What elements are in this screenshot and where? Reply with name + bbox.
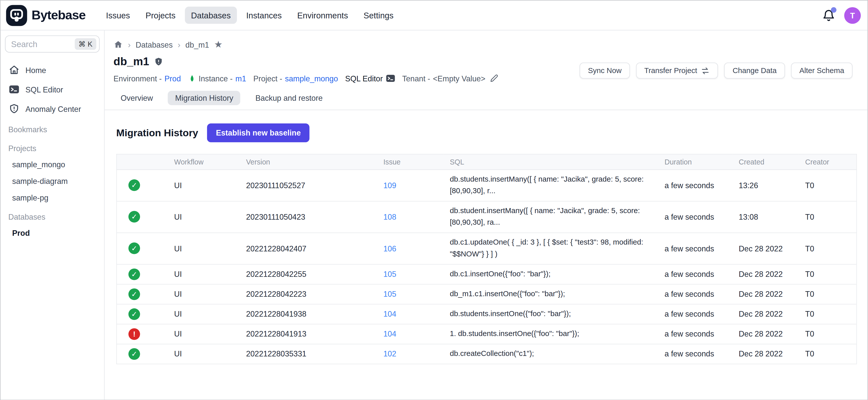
- section-title: Migration History: [116, 127, 198, 139]
- shield-alert-icon: [9, 103, 20, 114]
- sidebar-item-sql-editor[interactable]: SQL Editor: [0, 80, 104, 99]
- tab-backup-and-restore[interactable]: Backup and restore: [248, 91, 330, 105]
- column-issue: Issue: [377, 154, 443, 170]
- creator-cell: T0: [799, 324, 857, 344]
- duration-cell: a few seconds: [658, 201, 732, 233]
- version-cell: 20221228035331: [240, 344, 377, 364]
- column-sql: SQL: [443, 154, 658, 170]
- sync-now-button[interactable]: Sync Now: [580, 62, 630, 79]
- version-cell: 20230111050423: [240, 201, 377, 233]
- topnav-item-databases[interactable]: Databases: [185, 6, 237, 24]
- success-status-icon: ✓: [128, 243, 140, 254]
- bookmark-star-icon[interactable]: ★: [214, 40, 223, 49]
- sidebar-item-anomaly-center[interactable]: Anomaly Center: [0, 99, 104, 118]
- column-version: Version: [240, 154, 377, 170]
- tenant-value: <Empty Value>: [433, 74, 485, 83]
- table-row[interactable]: ✓ UI 20221228041938 104 db.students.inse…: [117, 304, 857, 324]
- issue-link[interactable]: 106: [383, 244, 396, 253]
- topnav-item-instances[interactable]: Instances: [240, 6, 288, 24]
- sidebar-item-label: SQL Editor: [26, 85, 63, 94]
- error-status-icon: !: [128, 328, 140, 340]
- change-data-button[interactable]: Change Data: [724, 62, 785, 79]
- edit-pencil-icon[interactable]: [490, 74, 498, 82]
- version-cell: 20230111052527: [240, 170, 377, 201]
- notifications-button[interactable]: [822, 8, 836, 22]
- duration-cell: a few seconds: [658, 324, 732, 344]
- success-status-icon: ✓: [128, 211, 140, 223]
- tab-overview[interactable]: Overview: [114, 91, 160, 105]
- created-cell: Dec 28 2022: [732, 344, 799, 364]
- sql-cell: db.students.insertOne({"foo": "bar"});: [450, 308, 651, 320]
- topnav-item-issues[interactable]: Issues: [100, 6, 136, 24]
- version-cell: 20221228042255: [240, 264, 377, 284]
- instance-link[interactable]: m1: [236, 74, 246, 83]
- topnav-item-environments[interactable]: Environments: [291, 6, 354, 24]
- table-row[interactable]: ✓ UI 20221228042407 106 db.c1.updateOne(…: [117, 233, 857, 264]
- created-cell: Dec 28 2022: [732, 284, 799, 304]
- table-row[interactable]: ✓ UI 20230111050423 108 db.student.inser…: [117, 201, 857, 233]
- table-row[interactable]: ✓ UI 20221228035331 102 db.createCollect…: [117, 344, 857, 364]
- sidebar-item-sample_mongo[interactable]: sample_mongo: [0, 156, 104, 173]
- sidebar-item-sample-diagram[interactable]: sample-diagram: [0, 173, 104, 189]
- database-tabs: Overview Migration History Backup and re…: [104, 83, 867, 110]
- project-link[interactable]: sample_mongo: [285, 74, 338, 83]
- workflow-cell: UI: [167, 233, 240, 264]
- created-cell: Dec 28 2022: [732, 304, 799, 324]
- table-row[interactable]: ✓ UI 20221228042223 105 db_m1.c1.insertO…: [117, 284, 857, 304]
- app-window: Bytebase IssuesProjectsDatabasesInstance…: [0, 0, 868, 400]
- tenant-label: Tenant -: [402, 74, 430, 83]
- issue-link[interactable]: 108: [383, 212, 396, 221]
- breadcrumb-db-m1[interactable]: db_m1: [185, 40, 209, 49]
- search-box[interactable]: ⌘ K: [5, 35, 100, 53]
- sql-cell: 1. db.students.insertOne({"foo": "bar"})…: [450, 328, 651, 340]
- issue-link[interactable]: 102: [383, 349, 396, 358]
- user-avatar[interactable]: T: [844, 7, 861, 24]
- sidebar-section-projects: Projects: [0, 137, 104, 156]
- main-panel: › Databases › db_m1 ★ db_m1: [104, 30, 867, 400]
- establish-new-baseline-button[interactable]: Establish new baseline: [207, 123, 310, 142]
- transfer-arrows-icon: [701, 66, 710, 75]
- breadcrumb-databases[interactable]: Databases: [135, 40, 173, 49]
- created-cell: Dec 28 2022: [732, 324, 799, 344]
- search-input[interactable]: [11, 39, 74, 49]
- bytebase-brand[interactable]: Bytebase: [6, 5, 85, 26]
- table-row[interactable]: ✓ UI 20230111052527 109 db.students.inse…: [117, 170, 857, 201]
- table-row[interactable]: ! UI 20221228041913 104 1. db.students.i…: [117, 324, 857, 344]
- sidebar-section-databases: Databases: [0, 206, 104, 225]
- issue-link[interactable]: 104: [383, 310, 396, 318]
- sidebar-item-label: Home: [26, 65, 46, 74]
- version-cell: 20221228041913: [240, 324, 377, 344]
- topnav-item-settings[interactable]: Settings: [358, 6, 400, 24]
- history-table-body: ✓ UI 20230111052527 109 db.students.inse…: [117, 170, 857, 364]
- issue-link[interactable]: 104: [383, 330, 396, 338]
- sidebar-item-sample-pg[interactable]: sample-pg: [0, 189, 104, 206]
- topnav-item-projects[interactable]: Projects: [139, 6, 181, 24]
- environment-link[interactable]: Prod: [164, 74, 181, 83]
- workflow-cell: UI: [167, 344, 240, 364]
- issue-link[interactable]: 109: [383, 181, 396, 190]
- success-status-icon: ✓: [128, 180, 140, 191]
- creator-cell: T0: [799, 264, 857, 284]
- migration-history-table: Workflow Version Issue SQL Duration Crea…: [116, 154, 857, 364]
- breadcrumb-separator: ›: [178, 40, 180, 49]
- transfer-project-button[interactable]: Transfer Project: [636, 62, 718, 79]
- success-status-icon: ✓: [128, 348, 140, 360]
- sql-editor-shortcut[interactable]: SQL Editor: [345, 73, 395, 83]
- created-cell: 13:08: [732, 201, 799, 233]
- creator-cell: T0: [799, 233, 857, 264]
- sidebar-item-home[interactable]: Home: [0, 60, 104, 80]
- tab-migration-history[interactable]: Migration History: [168, 91, 241, 105]
- issue-link[interactable]: 105: [383, 270, 396, 278]
- sidebar: ⌘ K Home: [0, 30, 104, 400]
- home-breadcrumb-icon[interactable]: [114, 40, 123, 49]
- database-shield-icon: [154, 57, 163, 66]
- table-row[interactable]: ✓ UI 20221228042255 105 db.c1.insertOne(…: [117, 264, 857, 284]
- column-status: [117, 154, 167, 170]
- mongodb-leaf-icon: [188, 74, 196, 83]
- issue-link[interactable]: 105: [383, 289, 396, 298]
- duration-cell: a few seconds: [658, 170, 732, 201]
- alter-schema-button[interactable]: Alter Schema: [791, 62, 852, 79]
- sidebar-item-prod[interactable]: Prod: [0, 225, 104, 241]
- sql-cell: db.c1.updateOne( { _id: 3 }, [ { $set: {…: [450, 237, 651, 260]
- sql-cell: db.createCollection("c1");: [450, 348, 651, 360]
